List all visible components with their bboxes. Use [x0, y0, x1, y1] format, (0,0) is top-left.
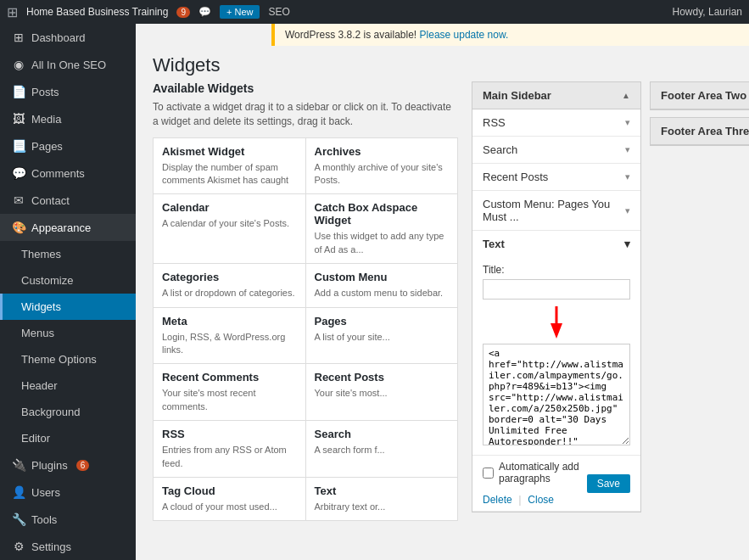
sidebar-item-comments[interactable]: 💬 Comments — [0, 160, 136, 187]
sidebar-item-widgets[interactable]: Widgets — [0, 294, 136, 320]
new-button[interactable]: + New — [220, 5, 260, 19]
sidebar-item-tools[interactable]: 🔧 Tools — [0, 506, 136, 533]
sidebar-item-settings[interactable]: ⚙ Settings — [0, 533, 136, 560]
auto-paragraph-label: Automatically add paragraphs — [499, 461, 587, 484]
widget-recent-comments[interactable]: Recent Comments Your site's most recent … — [154, 364, 305, 420]
text-widget-expanded: Text ▾ Title: — [472, 231, 640, 512]
widgets-layout: Available Widgets To activate a widget d… — [136, 81, 749, 560]
widget-categories[interactable]: Categories A list or dropdown of categor… — [154, 264, 305, 306]
widget-desc: Use this widget to add any type of Ad as… — [315, 230, 450, 256]
plugins-badge: 6 — [76, 460, 90, 471]
widget-desc: Entries from any RSS or Atom feed. — [162, 444, 297, 470]
delete-link[interactable]: Delete — [483, 494, 512, 506]
save-button[interactable]: Save — [587, 474, 630, 493]
sidebar-item-customize[interactable]: Customize — [0, 267, 136, 294]
widget-custom-menu-item[interactable]: Custom Menu: Pages You Must ... ▾ — [472, 191, 640, 231]
sidebar-item-label: Tools — [31, 513, 57, 526]
widget-desc: Login, RSS, & WordPress.org links. — [162, 331, 297, 357]
widget-tag-cloud[interactable]: Tag Cloud A cloud of your most used... — [154, 478, 305, 520]
sidebar-item-background[interactable]: Background — [0, 399, 136, 425]
widget-recent-posts[interactable]: Recent Posts Your site's most... — [306, 364, 458, 420]
main-sidebar-column: Main Sidebar ▲ RSS ▾ Search ▾ Recent P — [472, 81, 641, 543]
sidebar-item-media[interactable]: 🖼 Media — [0, 105, 136, 132]
main-sidebar-header[interactable]: Main Sidebar ▲ — [472, 82, 640, 109]
sidebar-sub-label: Editor — [21, 432, 50, 445]
widget-links: Delete | Close — [483, 493, 587, 506]
widget-recent-posts-item[interactable]: Recent Posts ▾ — [472, 164, 640, 191]
rss-chevron[interactable]: ▾ — [625, 117, 630, 128]
footer-area-two: Footer Area Two ▾ — [650, 81, 749, 110]
close-link[interactable]: Close — [528, 494, 554, 506]
plugins-icon: 🔌 — [11, 458, 26, 472]
widget-desc: A search form f... — [315, 444, 450, 456]
footer-columns-area: Footer Area Two ▾ Footer Area Three ▾ — [650, 81, 749, 543]
wp-icon: ⊞ — [7, 4, 18, 20]
update-link[interactable]: Please update now. — [420, 29, 509, 41]
sidebar-item-label: Posts — [31, 86, 59, 98]
comment-icon: 💬 — [198, 6, 211, 18]
custom-menu-chevron[interactable]: ▾ — [625, 205, 630, 216]
sidebar-item-appearance[interactable]: 🎨 Appearance — [0, 214, 136, 241]
widget-meta[interactable]: Meta Login, RSS, & WordPress.org links. — [154, 308, 305, 364]
sidebar-item-label: Comments — [31, 167, 85, 180]
sidebar-item-dashboard[interactable]: ⊞ Dashboard — [0, 24, 136, 51]
widget-title: Pages — [315, 315, 450, 328]
tools-icon: 🔧 — [11, 512, 26, 526]
widget-text[interactable]: Text Arbitrary text or... — [306, 478, 458, 520]
widget-title: Recent Comments — [162, 371, 297, 384]
widget-archives[interactable]: Archives A monthly archive of your site'… — [306, 138, 458, 194]
sidebar-item-menus[interactable]: Menus — [0, 320, 136, 346]
widget-desc: A monthly archive of your site's Posts. — [315, 161, 450, 188]
widget-akismet[interactable]: Akismet Widget Display the number of spa… — [154, 138, 305, 194]
widget-custom-menu[interactable]: Custom Menu Add a custom menu to sidebar… — [306, 264, 458, 306]
text-widget-title-input[interactable] — [483, 279, 630, 300]
sidebar-item-label: Dashboard — [31, 31, 86, 44]
sidebar-item-editor[interactable]: Editor — [0, 425, 136, 451]
widget-title: Catch Box Adspace Widget — [315, 201, 450, 227]
sidebar-item-posts[interactable]: 📄 Posts — [0, 78, 136, 105]
widget-title: Calendar — [162, 201, 297, 214]
widget-pages[interactable]: Pages A list of your site... — [306, 308, 458, 364]
widget-desc: Your site's most recent comments. — [162, 387, 297, 413]
sidebar-item-all-in-one-seo[interactable]: ◉ All In One SEO — [0, 51, 136, 78]
widget-rss[interactable]: RSS Entries from any RSS or Atom feed. — [154, 421, 305, 477]
widget-rss-item[interactable]: RSS ▾ — [472, 109, 640, 137]
comments-icon: 💬 — [11, 166, 26, 180]
sidebar-item-themes[interactable]: Themes — [0, 241, 136, 267]
update-notice: WordPress 3.8.2 is available! Please upd… — [271, 24, 749, 46]
site-name[interactable]: Home Based Business Training — [26, 6, 168, 18]
text-widget-chevron[interactable]: ▾ — [624, 238, 630, 250]
footer-area-three-header[interactable]: Footer Area Three ▾ — [651, 118, 749, 145]
seo-icon: ◉ — [11, 58, 26, 71]
admin-bar-left: ⊞ Home Based Business Training 9 💬 + New… — [7, 4, 662, 20]
sidebar-item-pages[interactable]: 📃 Pages — [0, 132, 136, 160]
widget-title: Text — [315, 484, 450, 497]
text-widget-content-textarea[interactable] — [483, 344, 630, 445]
widget-search-item[interactable]: Search ▾ — [472, 137, 640, 164]
widget-calendar[interactable]: Calendar A calendar of your site's Posts… — [154, 194, 305, 263]
widget-catchbox[interactable]: Catch Box Adspace Widget Use this widget… — [306, 194, 458, 263]
widget-desc: A cloud of your most used... — [162, 501, 297, 513]
widget-desc: Your site's most... — [315, 387, 450, 400]
seo-label[interactable]: SEO — [268, 6, 289, 18]
sidebar-sub-label: Theme Options — [21, 353, 97, 366]
auto-paragraph-checkbox[interactable] — [483, 468, 494, 479]
footer-area-two-header[interactable]: Footer Area Two ▾ — [651, 82, 749, 109]
widget-title: Tag Cloud — [162, 484, 297, 497]
appearance-icon: 🎨 — [11, 221, 26, 234]
sidebar-item-users[interactable]: 👤 Users — [0, 479, 136, 506]
widget-title: RSS — [162, 428, 297, 440]
sidebar-item-plugins[interactable]: 🔌 Plugins 6 — [0, 451, 136, 479]
widget-title: Meta — [162, 315, 297, 328]
widget-search[interactable]: Search A search form f... — [306, 421, 458, 477]
sidebar-item-theme-options[interactable]: Theme Options — [0, 346, 136, 372]
widget-desc: Add a custom menu to sidebar. — [315, 287, 450, 300]
footer-area-two-title: Footer Area Two — [661, 89, 746, 102]
text-widget-header[interactable]: Text ▾ — [472, 231, 640, 257]
footer-area-three-title: Footer Area Three — [661, 125, 749, 137]
widget-title: Custom Menu — [315, 271, 450, 283]
sidebar-item-header[interactable]: Header — [0, 372, 136, 399]
search-chevron[interactable]: ▾ — [625, 144, 630, 155]
recent-posts-chevron[interactable]: ▾ — [625, 171, 630, 182]
sidebar-item-contact[interactable]: ✉ Contact — [0, 187, 136, 214]
